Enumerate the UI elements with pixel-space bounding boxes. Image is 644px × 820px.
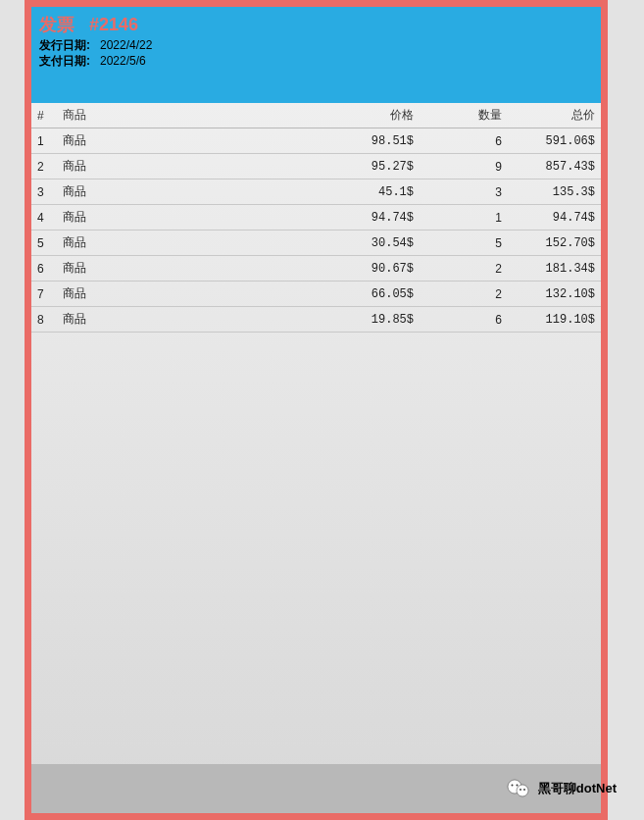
table-row: 1商品98.51$6591.06$ [31, 128, 601, 154]
table-row: 3商品45.1$3135.3$ [31, 179, 601, 205]
wechat-icon [507, 779, 530, 798]
title-prefix: 发票 [39, 15, 74, 34]
cell-num: 7 [37, 287, 61, 301]
cell-price: 45.1$ [325, 185, 414, 199]
attribution: 黑哥聊dotNet [507, 779, 617, 798]
table-row: 2商品95.27$9857.43$ [31, 154, 601, 179]
cell-price: 94.74$ [325, 211, 414, 225]
table-header: # 商品 价格 数量 总价 [31, 103, 601, 128]
col-header-qty: 数量 [414, 107, 502, 124]
issue-date-line: 发行日期: 2022/4/22 [39, 38, 593, 54]
cell-product: 商品 [61, 132, 325, 149]
cell-num: 4 [37, 211, 61, 225]
cell-qty: 3 [414, 185, 502, 199]
table-row: 5商品30.54$5152.70$ [31, 231, 601, 256]
cell-qty: 2 [414, 287, 502, 301]
cell-qty: 5 [414, 236, 502, 250]
cell-qty: 2 [414, 262, 502, 276]
cell-price: 95.27$ [325, 160, 414, 174]
table-row: 6商品90.67$2181.34$ [31, 256, 601, 282]
cell-product: 商品 [61, 183, 325, 200]
cell-total: 857.43$ [502, 160, 595, 174]
svg-point-2 [511, 785, 513, 787]
cell-product: 商品 [61, 260, 325, 277]
invoice-inner: 发票 #2146 发行日期: 2022/4/22 支付日期: 2022/5/6 … [31, 7, 601, 813]
svg-point-1 [517, 785, 528, 796]
svg-point-3 [516, 785, 518, 787]
cell-total: 135.3$ [502, 185, 595, 199]
table-row: 8商品19.85$6119.10$ [31, 307, 601, 333]
cell-qty: 9 [414, 160, 502, 174]
cell-num: 1 [37, 134, 61, 148]
cell-num: 5 [37, 236, 61, 250]
cell-price: 66.05$ [325, 287, 414, 301]
svg-point-4 [520, 789, 521, 791]
cell-product: 商品 [61, 209, 325, 226]
col-header-num: # [37, 109, 61, 123]
cell-total: 591.06$ [502, 134, 595, 148]
cell-price: 98.51$ [325, 134, 414, 148]
cell-num: 8 [37, 313, 61, 327]
cell-total: 119.10$ [502, 313, 595, 327]
cell-price: 90.67$ [325, 262, 414, 276]
cell-num: 6 [37, 262, 61, 276]
pay-date-line: 支付日期: 2022/5/6 [39, 54, 593, 70]
cell-price: 30.54$ [325, 236, 414, 250]
table-row: 7商品66.05$2132.10$ [31, 282, 601, 307]
cell-qty: 1 [414, 211, 502, 225]
table-row: 4商品94.74$194.74$ [31, 205, 601, 231]
cell-total: 152.70$ [502, 236, 595, 250]
cell-total: 181.34$ [502, 262, 595, 276]
col-header-product: 商品 [61, 107, 325, 124]
col-header-price: 价格 [325, 107, 414, 124]
invoice-header: 发票 #2146 发行日期: 2022/4/22 支付日期: 2022/5/6 [31, 7, 601, 103]
col-header-total: 总价 [502, 107, 595, 124]
issue-date-label: 发行日期: [39, 38, 90, 52]
cell-product: 商品 [61, 158, 325, 175]
cell-price: 19.85$ [325, 313, 414, 327]
cell-total: 94.74$ [502, 211, 595, 225]
pay-date-value: 2022/5/6 [100, 54, 146, 68]
items-table: # 商品 价格 数量 总价 1商品98.51$6591.06$2商品95.27$… [31, 103, 601, 764]
attribution-text: 黑哥聊dotNet [538, 780, 617, 797]
cell-product: 商品 [61, 311, 325, 328]
pay-date-label: 支付日期: [39, 54, 90, 68]
svg-point-5 [523, 789, 525, 791]
invoice-frame: 发票 #2146 发行日期: 2022/4/22 支付日期: 2022/5/6 … [25, 0, 608, 820]
cell-num: 2 [37, 160, 61, 174]
cell-product: 商品 [61, 234, 325, 251]
issue-date-value: 2022/4/22 [100, 38, 152, 52]
cell-num: 3 [37, 185, 61, 199]
cell-total: 132.10$ [502, 287, 595, 301]
cell-product: 商品 [61, 285, 325, 302]
title-number: #2146 [89, 15, 138, 34]
cell-qty: 6 [414, 313, 502, 327]
invoice-title: 发票 #2146 [39, 13, 593, 36]
cell-qty: 6 [414, 134, 502, 148]
